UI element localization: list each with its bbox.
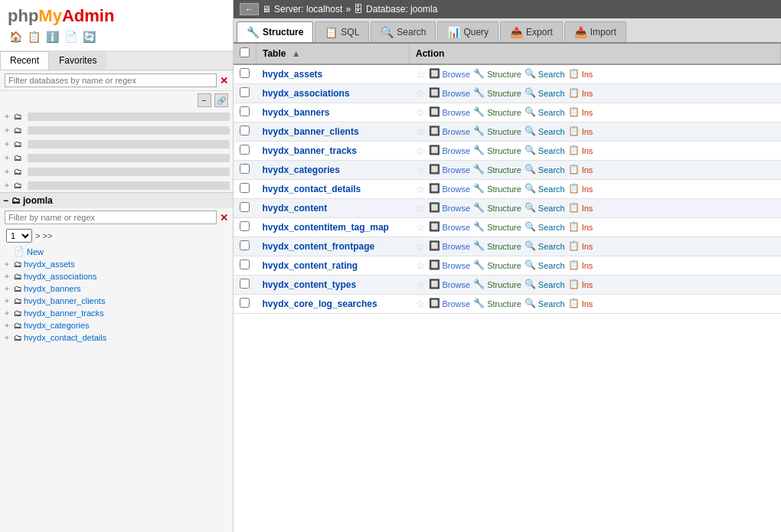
favorite-icon[interactable]: ☆ (416, 259, 426, 272)
insert-btn[interactable]: 📋Ins (568, 145, 593, 157)
tab-import[interactable]: 📥Import (564, 21, 626, 42)
insert-btn[interactable]: 📋Ins (568, 164, 593, 176)
structure-btn[interactable]: 🔧Structure (473, 164, 521, 176)
table-name-link[interactable]: hvydx_associations (263, 88, 350, 99)
insert-btn[interactable]: 📋Ins (568, 240, 593, 253)
table-name-link[interactable]: hvydx_content_frontpage (263, 241, 375, 252)
browse-btn[interactable]: 🔲Browse (429, 126, 471, 138)
search-btn[interactable]: 🔍Search (524, 240, 565, 253)
search-btn[interactable]: 🔍Search (524, 221, 565, 233)
row-checkbox[interactable] (240, 164, 250, 174)
tab-query[interactable]: 📊Query (437, 21, 498, 42)
insert-btn[interactable]: 📋Ins (568, 126, 593, 138)
insert-btn[interactable]: 📋Ins (568, 221, 593, 233)
search-btn[interactable]: 🔍Search (524, 279, 565, 291)
collapse-all-btn[interactable]: − (198, 93, 211, 107)
insert-btn[interactable]: 📋Ins (568, 183, 593, 195)
sidebar-table-item[interactable]: ＋ 🗂 hvydx_banner_clients (0, 295, 233, 307)
sidebar-table-name[interactable]: hvydx_categories (24, 321, 90, 330)
row-checkbox[interactable] (240, 240, 250, 250)
insert-btn[interactable]: 📋Ins (568, 279, 593, 291)
db-filter-input[interactable] (5, 73, 217, 87)
table-name-link[interactable]: hvydx_contact_details (263, 184, 361, 194)
sidebar-table-name[interactable]: hvydx_banners (24, 284, 81, 293)
row-checkbox[interactable] (240, 106, 250, 116)
table-name-link[interactable]: hvydx_content (263, 203, 328, 214)
refresh-icon[interactable]: 🔄 (81, 29, 96, 44)
browse-btn[interactable]: 🔲Browse (429, 221, 471, 233)
list-item[interactable]: ＋ 🗂 (0, 137, 233, 151)
search-btn[interactable]: 🔍Search (524, 164, 565, 176)
row-checkbox[interactable] (240, 202, 250, 212)
structure-btn[interactable]: 🔧Structure (473, 202, 521, 214)
sidebar-table-name[interactable]: hvydx_banner_tracks (24, 308, 104, 318)
sidebar-table-name[interactable]: hvydx_assets (24, 259, 75, 269)
structure-btn[interactable]: 🔧Structure (473, 87, 521, 100)
table-name-link[interactable]: hvydx_contentitem_tag_map (263, 222, 389, 233)
browse-btn[interactable]: 🔲Browse (429, 240, 471, 253)
db-icon[interactable]: 📋 (26, 29, 41, 44)
doc-icon[interactable]: 📄 (63, 29, 78, 44)
search-btn[interactable]: 🔍Search (524, 145, 565, 157)
table-name-link[interactable]: hvydx_banners (263, 107, 330, 118)
row-checkbox[interactable] (240, 145, 250, 155)
browse-btn[interactable]: 🔲Browse (429, 259, 471, 272)
insert-btn[interactable]: 📋Ins (568, 298, 593, 310)
table-name-link[interactable]: hvydx_categories (263, 165, 340, 175)
structure-btn[interactable]: 🔧Structure (473, 68, 521, 80)
search-btn[interactable]: 🔍Search (524, 298, 565, 310)
table-name-link[interactable]: hvydx_content_rating (263, 260, 358, 271)
tab-recent[interactable]: Recent (0, 51, 49, 70)
tab-favorites[interactable]: Favorites (49, 51, 106, 70)
structure-btn[interactable]: 🔧Structure (473, 240, 521, 253)
search-btn[interactable]: 🔍Search (524, 87, 565, 100)
tab-export[interactable]: 📤Export (500, 21, 563, 42)
list-item[interactable]: ＋ 🗂 (0, 123, 233, 137)
structure-btn[interactable]: 🔧Structure (473, 183, 521, 195)
sidebar-table-item[interactable]: ＋ 🗂 hvydx_assets (0, 258, 233, 270)
browse-btn[interactable]: 🔲Browse (429, 164, 471, 176)
browse-btn[interactable]: 🔲Browse (429, 202, 471, 214)
browse-btn[interactable]: 🔲Browse (429, 87, 471, 100)
home-icon[interactable]: 🏠 (8, 29, 23, 44)
structure-btn[interactable]: 🔧Structure (473, 106, 521, 119)
db-filter-clear[interactable]: ✕ (220, 75, 228, 86)
tab-structure[interactable]: 🔧Structure (237, 21, 313, 42)
structure-btn[interactable]: 🔧Structure (473, 298, 521, 310)
structure-btn[interactable]: 🔧Structure (473, 259, 521, 272)
header-table[interactable]: Table ▲ (257, 44, 410, 64)
table-name-link[interactable]: hvydx_banner_clients (263, 126, 359, 137)
row-checkbox[interactable] (240, 126, 250, 135)
link-btn[interactable]: 🔗 (214, 93, 228, 107)
search-btn[interactable]: 🔍Search (524, 68, 565, 80)
back-button[interactable]: ← (240, 3, 259, 15)
table-name-link[interactable]: hvydx_core_log_searches (263, 299, 377, 309)
browse-btn[interactable]: 🔲Browse (429, 145, 471, 157)
favorite-icon[interactable]: ☆ (416, 221, 426, 233)
insert-btn[interactable]: 📋Ins (568, 68, 593, 80)
row-checkbox[interactable] (240, 87, 250, 97)
row-checkbox[interactable] (240, 221, 250, 231)
table-name-link[interactable]: hvydx_content_types (263, 279, 357, 290)
search-btn[interactable]: 🔍Search (524, 183, 565, 195)
structure-btn[interactable]: 🔧Structure (473, 126, 521, 138)
favorite-icon[interactable]: ☆ (416, 87, 426, 100)
favorite-icon[interactable]: ☆ (416, 145, 426, 157)
favorite-icon[interactable]: ☆ (416, 240, 426, 253)
row-checkbox[interactable] (240, 183, 250, 193)
joomla-db-header[interactable]: − 🗂 joomla (0, 193, 233, 208)
table-name-link[interactable]: hvydx_banner_tracks (263, 145, 357, 156)
insert-btn[interactable]: 📋Ins (568, 87, 593, 100)
favorite-icon[interactable]: ☆ (416, 126, 426, 138)
browse-btn[interactable]: 🔲Browse (429, 298, 471, 310)
row-checkbox[interactable] (240, 259, 250, 269)
sidebar-table-item[interactable]: ＋ 🗂 hvydx_associations (0, 270, 233, 282)
sidebar-table-item[interactable]: ＋ 🗂 hvydx_categories (0, 319, 233, 331)
list-item[interactable]: ＋ 🗂 (0, 109, 233, 123)
joomla-filter-input[interactable] (5, 211, 217, 224)
favorite-icon[interactable]: ☆ (416, 68, 426, 80)
search-btn[interactable]: 🔍Search (524, 259, 565, 272)
favorite-icon[interactable]: ☆ (416, 298, 426, 310)
search-btn[interactable]: 🔍Search (524, 126, 565, 138)
favorite-icon[interactable]: ☆ (416, 106, 426, 119)
